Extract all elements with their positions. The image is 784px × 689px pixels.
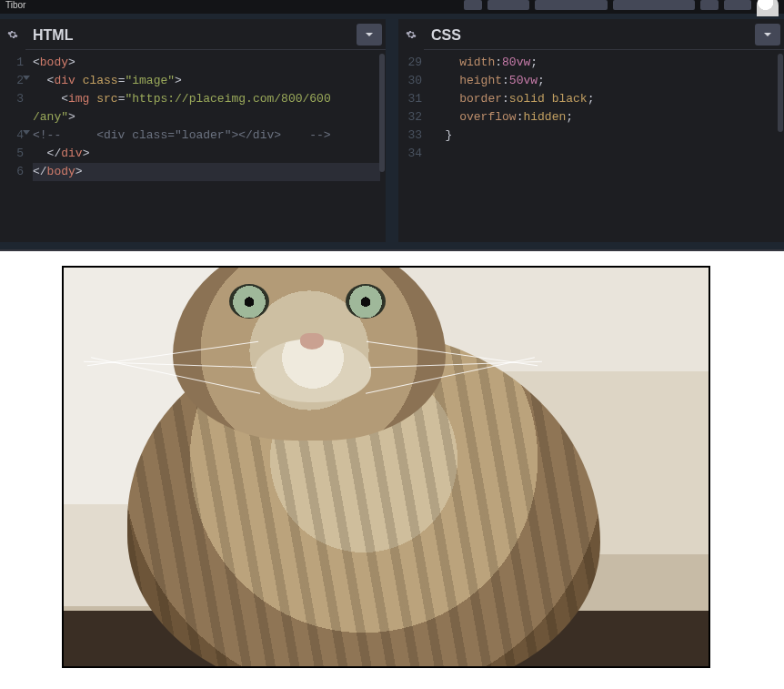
panel-html-title[interactable]: HTML <box>25 20 84 49</box>
cat-nose <box>300 333 324 350</box>
top-button-6[interactable] <box>724 0 751 10</box>
css-editor[interactable]: 293031323334 width:80vw; height:50vw; bo… <box>398 50 784 242</box>
gear-icon[interactable] <box>398 19 424 50</box>
editors-row: HTML 123456 <body> <div class="image"> <… <box>0 14 784 249</box>
top-button-3[interactable] <box>535 0 608 10</box>
topbar-actions <box>464 0 779 16</box>
scrollbar[interactable] <box>379 54 385 172</box>
cat-eye-right <box>346 284 386 319</box>
panel-html: HTML 123456 <body> <div class="image"> <… <box>0 19 386 242</box>
panel-css-title[interactable]: CSS <box>424 20 472 49</box>
preview-pane <box>0 249 784 689</box>
top-button-2[interactable] <box>487 0 529 10</box>
top-button-5[interactable] <box>700 0 719 10</box>
panel-html-collapse[interactable] <box>357 24 382 46</box>
html-gutter: 123456 <box>0 50 29 242</box>
gear-icon[interactable] <box>0 19 25 50</box>
html-editor[interactable]: 123456 <body> <div class="image"> <img s… <box>0 50 386 242</box>
css-gutter: 293031323334 <box>398 50 427 242</box>
html-code[interactable]: <body> <div class="image"> <img src="htt… <box>29 50 386 242</box>
panel-html-header: HTML <box>0 19 386 50</box>
css-code[interactable]: width:80vw; height:50vw; border:solid bl… <box>427 50 784 242</box>
avatar[interactable] <box>757 0 779 16</box>
panel-css-collapse[interactable] <box>755 24 780 46</box>
preview-image <box>62 266 710 668</box>
topbar: Tibor <box>0 0 784 14</box>
top-button-1[interactable] <box>464 0 482 10</box>
author-name[interactable]: Tibor <box>5 0 25 10</box>
top-button-4[interactable] <box>613 0 695 10</box>
panel-css-header: CSS <box>398 19 784 50</box>
scrollbar[interactable] <box>778 54 783 132</box>
panel-css: CSS 293031323334 width:80vw; height:50vw… <box>398 19 784 242</box>
cat-eye-left <box>229 284 269 319</box>
